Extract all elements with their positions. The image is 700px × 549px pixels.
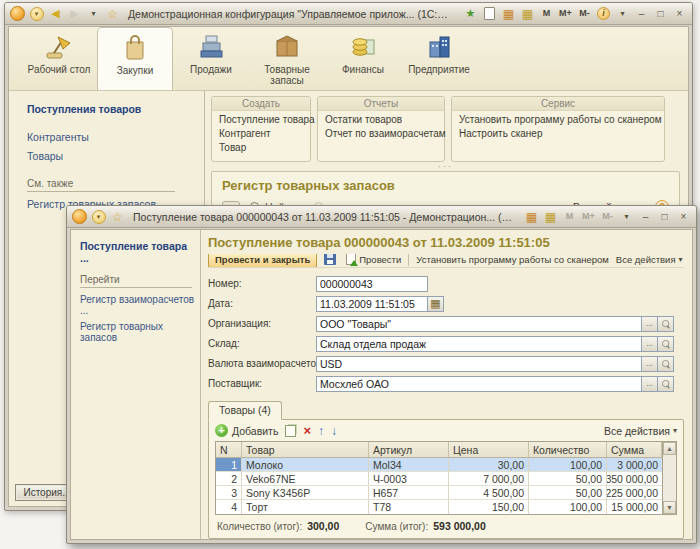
nav-item-goods-receipt[interactable]: Поступление товара ...	[80, 240, 196, 264]
vertical-scrollbar[interactable]: ▲ ▼	[662, 442, 676, 514]
table-toolbar: + Добавить × ↑ ↓ Все действия ▾	[215, 424, 677, 437]
organization-select-button[interactable]: ...	[642, 316, 658, 332]
tab-finance[interactable]: Финансы	[325, 27, 401, 90]
supplier-select-button[interactable]: ...	[642, 376, 658, 392]
main-menu-button[interactable]: ▾	[90, 209, 107, 225]
tab-desktop[interactable]: Рабочий стол	[21, 27, 97, 90]
table-row[interactable]: 4 Торт Т78 150,00 100,00 15 000,00	[216, 500, 662, 514]
see-also-label: См. также	[27, 178, 175, 192]
table-all-actions-button[interactable]: Все действия ▾	[604, 425, 677, 437]
tab-sales[interactable]: Продажи	[173, 27, 249, 90]
action-groups: Создать Поступление товара Контрагент То…	[211, 96, 680, 162]
forward-icon[interactable]: ▶	[66, 6, 83, 22]
maximize-button[interactable]: □	[652, 6, 669, 22]
currency-input[interactable]	[316, 356, 642, 372]
post-document-icon	[346, 254, 356, 265]
move-up-icon[interactable]: ↑	[318, 425, 324, 437]
memory-m-minus-button[interactable]: M-	[599, 209, 616, 225]
table-row[interactable]: 3 Sony K3456P Н657 4 500,00 50,00 225 00…	[216, 486, 662, 500]
info-icon[interactable]: i	[595, 6, 612, 22]
cmd-counterparty[interactable]: Контрагент	[219, 128, 303, 139]
date-input[interactable]	[316, 296, 428, 312]
maximize-button[interactable]: □	[656, 209, 673, 225]
tab-purchases[interactable]: Закупки	[97, 27, 173, 90]
group-service: Сервис Установить программу работы со ск…	[451, 96, 665, 162]
number-input[interactable]	[316, 276, 428, 292]
scroll-down-icon[interactable]: ▼	[663, 501, 676, 514]
save-button[interactable]	[321, 254, 339, 266]
app-icon[interactable]	[9, 6, 26, 22]
command-bar: Провести и закрыть Провести Установить п…	[208, 254, 684, 268]
history-dropdown-icon[interactable]: ▾	[85, 6, 102, 22]
supplier-input[interactable]	[316, 376, 642, 392]
tab-enterprise[interactable]: Предприятие	[401, 27, 477, 90]
cmd-stock-balance[interactable]: Остатки товаров	[325, 114, 437, 125]
service-star-icon[interactable]: ★	[462, 6, 479, 22]
minimize-button[interactable]: –	[637, 209, 654, 225]
warehouse-select-button[interactable]: ...	[642, 336, 658, 352]
warehouse-input[interactable]	[316, 336, 642, 352]
cash-register-icon	[195, 30, 227, 62]
tab-goods[interactable]: Товары (4)	[208, 401, 282, 420]
close-button[interactable]: ×	[675, 209, 692, 225]
cmd-product[interactable]: Товар	[219, 142, 303, 153]
table-row[interactable]: 2 Veko67NE Ч-0003 7 000,00 50,00 350 000…	[216, 472, 662, 486]
organization-input[interactable]	[316, 316, 642, 332]
post-and-close-button[interactable]: Провести и закрыть	[208, 254, 317, 268]
dialog-nav-panel: Поступление товара ... Перейти Регистр в…	[71, 230, 201, 539]
dialog-client-area: Поступление товара ... Перейти Регистр в…	[70, 229, 693, 540]
floppy-disk-icon	[324, 254, 336, 265]
add-row-button[interactable]: + Добавить	[215, 424, 278, 437]
app-icon[interactable]	[71, 209, 88, 225]
main-menu-button[interactable]: ▾	[28, 6, 45, 22]
calendar-icon[interactable]: ▦	[500, 6, 517, 22]
cmd-configure-scanner[interactable]: Настроить сканер	[459, 128, 657, 139]
currency-select-button[interactable]: ...	[642, 356, 658, 372]
organization-open-button[interactable]	[658, 316, 674, 332]
organization-label: Организация:	[208, 318, 316, 329]
new-document-icon[interactable]	[481, 6, 498, 22]
qty-total-label: Количество (итог):	[217, 521, 302, 532]
nav-item-counterparties[interactable]: Контрагенты	[27, 131, 198, 143]
post-button[interactable]: Провести	[343, 254, 404, 266]
delete-row-icon[interactable]: ×	[303, 424, 311, 437]
close-button[interactable]: ×	[671, 6, 688, 22]
cmd-goods-receipt[interactable]: Поступление товара	[219, 114, 303, 125]
scroll-up-icon[interactable]: ▲	[663, 442, 676, 455]
calculator-icon[interactable]: ▦	[519, 6, 536, 22]
memory-m-plus-button[interactable]: M+	[557, 6, 574, 22]
memory-m-minus-button[interactable]: M-	[576, 6, 593, 22]
move-down-icon[interactable]: ↓	[331, 425, 337, 437]
supplier-open-button[interactable]	[658, 376, 674, 392]
favorites-star-icon[interactable]: ☆	[104, 6, 121, 22]
minimize-button[interactable]: –	[633, 6, 650, 22]
cmd-install-scanner[interactable]: Установить программу работы со сканером	[459, 114, 657, 125]
memory-m-button[interactable]: M	[538, 6, 555, 22]
cmd-settlements-report[interactable]: Отчет по взаиморасчетам	[325, 128, 437, 139]
install-scanner-button[interactable]: Установить программу работы со сканером	[413, 254, 612, 266]
table-row[interactable]: 1 Молоко Mol34 30,00 100,00 3 000,00	[216, 458, 662, 472]
warehouse-open-button[interactable]	[658, 336, 674, 352]
nav-item-inventory-register[interactable]: Регистр товарных запасов	[80, 321, 196, 343]
window-menu-dropdown-icon[interactable]: ▾	[614, 6, 631, 22]
form-all-actions-button[interactable]: Все действия ▾	[616, 254, 683, 265]
splitter-handle[interactable]: ···	[211, 163, 680, 169]
memory-m-button[interactable]: M	[561, 209, 578, 225]
nav-item-goods[interactable]: Товары	[27, 150, 198, 162]
nav-item-settlements-register[interactable]: Регистр взаиморасчетов ...	[80, 294, 196, 316]
nav-item-receipts[interactable]: Поступления товаров	[27, 103, 198, 115]
window-menu-dropdown-icon[interactable]: ▾	[618, 209, 635, 225]
group-reports: Отчеты Остатки товаров Отчет по взаимора…	[317, 96, 445, 162]
memory-m-plus-button[interactable]: M+	[580, 209, 597, 225]
calendar-picker-button[interactable]: ▦	[428, 296, 444, 312]
form-title: Поступление товара 000000043 от 11.03.20…	[208, 235, 684, 250]
tab-inventory[interactable]: Товарные запасы	[249, 27, 325, 90]
calculator-icon[interactable]: ▦	[542, 209, 559, 225]
calendar-icon[interactable]: ▦	[523, 209, 540, 225]
currency-open-button[interactable]	[658, 356, 674, 372]
copy-row-icon[interactable]	[285, 425, 296, 437]
back-icon[interactable]: ◀	[47, 6, 64, 22]
favorites-star-icon[interactable]: ☆	[109, 209, 126, 225]
supplier-label: Поставщик:	[208, 378, 316, 389]
dialog-content: Поступление товара 000000043 от 11.03.20…	[201, 230, 692, 539]
